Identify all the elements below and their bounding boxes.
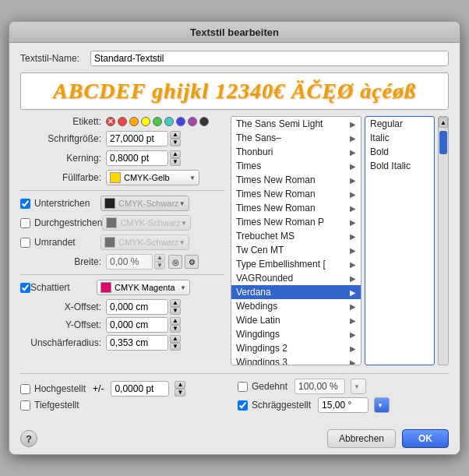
scroll-thumb[interactable] (439, 131, 447, 154)
font-list-container: The Sans Semi Light▶The Sans–▶Thonburi▶T… (231, 116, 361, 365)
gedehnt-checkbox[interactable] (238, 382, 248, 392)
style-list-container: RegularItalicBoldBold Italic (365, 116, 435, 365)
schattiert-checkbox[interactable] (20, 283, 30, 293)
scrollbar[interactable]: ▲ (438, 116, 449, 365)
scroll-up-arrow[interactable]: ▲ (439, 117, 448, 128)
unterstrichen-checkbox[interactable] (20, 199, 30, 209)
x-offset-up[interactable]: ▲ (170, 299, 181, 307)
unschaerfe-down[interactable]: ▼ (170, 343, 181, 351)
durchgestrichen-label: Durchgestrichen (34, 217, 102, 228)
umrandet-arrow: ▼ (179, 239, 185, 246)
font-list-item[interactable]: Verdana▶ (231, 285, 361, 299)
tiefgestellt-label: Tiefgestellt (34, 400, 79, 411)
durchgestrichen-dropdown[interactable]: CMYK-Schwarz ▼ (102, 215, 191, 231)
kerning-input[interactable] (106, 150, 168, 166)
cancel-button[interactable]: Abbrechen (327, 429, 396, 448)
dot-cyan[interactable] (164, 117, 174, 126)
font-list-item[interactable]: Trebuchet MS▶ (231, 229, 361, 243)
label-dots: ✕ (106, 117, 209, 126)
dot-green[interactable] (153, 117, 162, 126)
schriftgroesse-stepper: ▲ ▼ (170, 131, 181, 146)
y-offset-down[interactable]: ▼ (170, 325, 181, 333)
y-offset-input[interactable] (106, 317, 168, 333)
dot-dark[interactable] (199, 117, 209, 126)
font-list-item[interactable]: Times New Roman▶ (231, 187, 361, 201)
preview-box: ABCDEF ghijkl 12340€ ÄČĘØ àçéøß (20, 72, 449, 110)
font-list-item[interactable]: Times New Roman▶ (231, 173, 361, 187)
dot-yellow[interactable] (141, 117, 150, 126)
schraeg-input[interactable] (318, 397, 368, 413)
breite-row: Breite: ▲ ▼ ◎ ⚙ (20, 254, 224, 270)
schattiert-dropdown[interactable]: CMYK Magenta ▼ (97, 280, 190, 295)
unterstrichen-value: CMYK-Schwarz (118, 199, 179, 208)
hochgestellt-checkbox[interactable] (20, 384, 30, 394)
font-list-item[interactable]: The Sans–▶ (231, 131, 361, 145)
font-list-item[interactable]: Times▶ (231, 159, 361, 173)
name-input[interactable] (90, 51, 449, 66)
font-list-item[interactable]: The Sans Semi Light▶ (231, 117, 361, 131)
hochgestellt-input[interactable] (111, 381, 169, 397)
font-list-item[interactable]: Times New Roman P▶ (231, 215, 361, 229)
unterstrichen-dropdown[interactable]: CMYK-Schwarz ▼ (100, 196, 189, 211)
dot-x[interactable]: ✕ (106, 117, 115, 126)
durchgestrichen-color (106, 217, 117, 228)
breite-stepper: ▲ ▼ (154, 254, 165, 270)
font-list-item[interactable]: Wingdings 3▶ (231, 355, 361, 365)
dialog: Textstil bearbeiten Textstil-Name: ABCDE… (9, 21, 460, 455)
y-offset-up[interactable]: ▲ (170, 317, 181, 325)
font-list-item[interactable]: Wide Latin▶ (231, 313, 361, 327)
font-list-item[interactable]: Times New Roman▶ (231, 201, 361, 215)
gedehnt-dropdown[interactable]: ▼ (351, 379, 366, 394)
dot-orange[interactable] (129, 117, 139, 126)
dot-blue[interactable] (176, 117, 185, 126)
hochgestellt-up[interactable]: ▲ (175, 381, 185, 389)
tiefgestellt-row: Tiefgestellt (20, 400, 231, 411)
fuellfarbe-dropdown[interactable]: CMYK-Gelb ▼ (106, 170, 199, 185)
schraeg-checkbox[interactable] (238, 400, 248, 411)
breite-up[interactable]: ▲ (154, 254, 165, 262)
umrandet-dropdown[interactable]: CMYK-Schwarz ▼ (100, 234, 189, 250)
style-list-item[interactable]: Bold Italic (365, 159, 434, 173)
font-list-item[interactable]: Wingdings▶ (231, 327, 361, 341)
help-button[interactable]: ? (20, 430, 37, 447)
hochgestellt-down[interactable]: ▼ (175, 389, 185, 397)
schraeg-row: Schräggestellt ▼ (238, 397, 449, 413)
style-list-item[interactable]: Regular (365, 117, 434, 131)
kerning-up[interactable]: ▲ (170, 150, 181, 158)
breite-circle-btn[interactable]: ◎ (168, 255, 182, 269)
breite-down[interactable]: ▼ (154, 262, 165, 270)
font-list-item[interactable]: Type Embellishment [▶ (231, 257, 361, 271)
ok-button[interactable]: OK (402, 429, 449, 448)
schriftgroesse-input[interactable] (106, 131, 168, 146)
kerning-down[interactable]: ▼ (170, 158, 181, 166)
schraeg-dropdown[interactable]: ▼ (374, 397, 390, 413)
umrandet-checkbox[interactable] (20, 238, 30, 248)
dot-red[interactable] (118, 117, 127, 126)
x-offset-input[interactable] (106, 299, 168, 315)
x-offset-down[interactable]: ▼ (170, 307, 181, 315)
unschaerfe-up[interactable]: ▲ (170, 335, 181, 343)
unschaerfe-input[interactable] (106, 335, 168, 351)
font-list-item[interactable]: VAGRounded▶ (231, 271, 361, 285)
gedehnt-input[interactable] (294, 379, 345, 394)
schriftgroesse-down[interactable]: ▼ (170, 139, 181, 146)
style-list-item[interactable]: Bold (365, 145, 434, 159)
font-list-item[interactable]: Thonburi▶ (231, 145, 361, 159)
x-offset-stepper: ▲ ▼ (170, 299, 181, 315)
durchgestrichen-checkbox[interactable] (20, 218, 30, 228)
dot-purple[interactable] (188, 117, 197, 126)
tiefgestellt-checkbox[interactable] (20, 400, 30, 411)
font-list-item[interactable]: Wingdings 2▶ (231, 341, 361, 355)
gedehnt-label: Gedehnt (252, 381, 287, 392)
font-list-item[interactable]: Webdings▶ (231, 299, 361, 313)
schriftgroesse-up[interactable]: ▲ (170, 131, 181, 139)
durchgestrichen-arrow: ▼ (181, 220, 187, 227)
hochgestellt-label: Hochgestellt (34, 383, 86, 394)
kerning-label: Kerning: (20, 153, 106, 164)
breite-input[interactable] (106, 254, 153, 270)
y-offset-label: Y-Offset: (20, 319, 106, 330)
schattiert-row: Schattiert CMYK Magenta ▼ (20, 280, 224, 295)
font-list-item[interactable]: Tw Cen MT▶ (231, 243, 361, 257)
breite-gear-btn[interactable]: ⚙ (185, 255, 199, 269)
style-list-item[interactable]: Italic (365, 131, 434, 145)
